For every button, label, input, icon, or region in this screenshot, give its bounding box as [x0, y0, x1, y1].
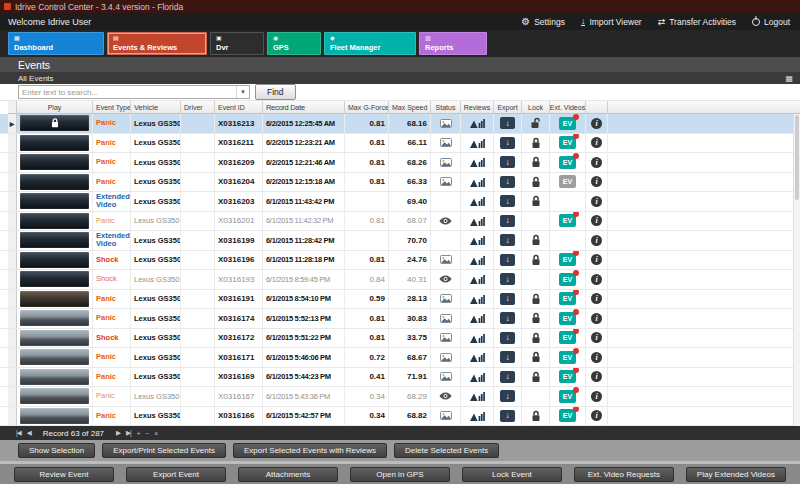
export-download-button[interactable]: ↓ — [500, 332, 515, 344]
info-icon[interactable]: i — [591, 313, 602, 324]
table-row[interactable]: ▶ Panic Lexus GS350 X0316166 6/1/2015 5:… — [0, 407, 800, 427]
reviews-icon[interactable] — [470, 391, 485, 401]
column-header-max-speed[interactable]: Max Speed — [389, 101, 431, 114]
show-selection-button[interactable]: Show Selection — [18, 443, 95, 458]
extended-video-badge[interactable]: EV — [559, 292, 576, 305]
scrollbar-thumb[interactable] — [795, 115, 799, 200]
window-titlebar[interactable]: Idrive Control Center - 3.4.4 version - … — [0, 0, 800, 13]
locked-icon[interactable] — [531, 156, 541, 168]
tab-dashboard[interactable]: ▦Dashboard — [8, 32, 104, 55]
extended-video-badge[interactable]: EV — [559, 312, 576, 325]
event-video-thumbnail[interactable] — [20, 252, 89, 268]
reviews-icon[interactable] — [470, 274, 485, 284]
export-download-button[interactable]: ↓ — [500, 254, 515, 266]
column-header-record-date[interactable]: Record Date — [263, 101, 345, 114]
last-record-icon[interactable]: ▶| — [126, 429, 131, 437]
reviews-icon[interactable] — [470, 352, 485, 362]
column-header-play[interactable]: Play — [17, 101, 93, 114]
tab-fleet-manager[interactable]: ◆Fleet Manager — [324, 32, 416, 55]
event-video-thumbnail[interactable] — [20, 369, 89, 385]
info-icon[interactable]: i — [591, 254, 602, 265]
column-header-lock[interactable]: Lock — [522, 101, 550, 114]
reviews-icon[interactable] — [470, 235, 485, 245]
first-record-icon[interactable]: |◀ — [16, 429, 21, 437]
lock-event-button[interactable]: Lock Event — [462, 467, 562, 482]
import-viewer-button[interactable]: ↓Import Viewer — [581, 17, 642, 27]
info-icon[interactable]: i — [591, 410, 602, 421]
reviews-icon[interactable] — [470, 196, 485, 206]
export-print-selected-events-button[interactable]: Export/Print Selected Events — [102, 443, 226, 458]
export-download-button[interactable]: ↓ — [500, 117, 515, 129]
table-row[interactable]: ▶ Panic Lexus GS350 X0316204 6/2/2015 12… — [0, 173, 800, 193]
event-video-thumbnail[interactable] — [20, 408, 89, 424]
table-row[interactable]: ▶ Shock Lexus GS350 X0316172 6/1/2015 5:… — [0, 329, 800, 349]
table-row[interactable]: ▶ Panic Lexus GS350 X0316171 6/1/2015 5:… — [0, 348, 800, 368]
column-header-export[interactable]: Export — [494, 101, 522, 114]
event-video-thumbnail[interactable] — [20, 135, 89, 151]
extended-video-badge[interactable]: EV — [559, 214, 576, 227]
export-selected-events-with-reviews-button[interactable]: Export Selected Events with Reviews — [233, 443, 387, 458]
extended-video-badge[interactable]: EV — [559, 409, 576, 422]
reviews-icon[interactable] — [470, 313, 485, 323]
logout-button[interactable]: Logout — [752, 17, 790, 27]
export-download-button[interactable]: ↓ — [500, 215, 515, 227]
table-row[interactable]: ▶ Extended Video Lexus GS350 X0316199 6/… — [0, 231, 800, 251]
reviews-icon[interactable] — [470, 177, 485, 187]
delete-selected-events-button[interactable]: Delete Selected Events — [394, 443, 499, 458]
event-video-thumbnail[interactable] — [20, 115, 89, 131]
export-download-button[interactable]: ↓ — [500, 195, 515, 207]
locked-icon[interactable] — [531, 234, 541, 246]
info-icon[interactable]: i — [591, 215, 602, 226]
locked-icon[interactable] — [531, 371, 541, 383]
export-download-button[interactable]: ↓ — [500, 156, 515, 168]
column-header-reviews[interactable]: Reviews — [461, 101, 494, 114]
reviews-icon[interactable] — [470, 216, 485, 226]
reviews-icon[interactable] — [470, 157, 485, 167]
info-icon[interactable]: i — [591, 137, 602, 148]
locked-icon[interactable] — [531, 195, 541, 207]
export-download-button[interactable]: ↓ — [500, 273, 515, 285]
info-icon[interactable]: i — [591, 157, 602, 168]
reviews-icon[interactable] — [470, 255, 485, 265]
cancel-edit-icon[interactable]: × — [154, 430, 157, 437]
event-video-thumbnail[interactable] — [20, 193, 89, 209]
extended-video-badge[interactable]: EV — [559, 156, 576, 169]
table-row[interactable]: ▶ Panic Lexus GS350 X0316201 6/1/2015 11… — [0, 212, 800, 232]
column-header-vehicle[interactable]: Vehicle — [131, 101, 181, 114]
event-video-thumbnail[interactable] — [20, 232, 89, 248]
column-header-event-id[interactable]: Event ID — [215, 101, 263, 114]
column-header-ext-videos[interactable]: Ext. Videos — [550, 101, 586, 114]
export-download-button[interactable]: ↓ — [500, 176, 515, 188]
export-download-button[interactable]: ↓ — [500, 371, 515, 383]
info-icon[interactable]: i — [591, 332, 602, 343]
table-row[interactable]: ▶ Panic Lexus GS350 X0316209 6/2/2015 12… — [0, 153, 800, 173]
table-row[interactable]: ▶ Panic Lexus GS350 X0316213 6/2/2015 12… — [0, 114, 800, 134]
info-icon[interactable]: i — [591, 196, 602, 207]
extended-video-badge[interactable]: EV — [559, 117, 576, 130]
attachments-button[interactable]: Attachments — [238, 467, 338, 482]
tab-reports[interactable]: ▥Reports — [419, 32, 487, 55]
next-record-icon[interactable]: ▶ — [116, 429, 120, 437]
event-video-thumbnail[interactable] — [20, 330, 89, 346]
locked-icon[interactable] — [531, 332, 541, 344]
export-download-button[interactable]: ↓ — [500, 312, 515, 324]
search-input[interactable] — [19, 86, 236, 98]
extended-video-badge[interactable]: EV — [559, 136, 576, 149]
info-icon[interactable]: i — [591, 352, 602, 363]
table-row[interactable]: ▶ Panic Lexus GS350 X0316191 6/1/2015 8:… — [0, 290, 800, 310]
extended-video-badge[interactable]: EV — [559, 175, 576, 188]
search-combobox[interactable]: ▾ — [18, 85, 250, 99]
unlocked-icon[interactable] — [530, 117, 542, 129]
vertical-scrollbar[interactable] — [793, 114, 800, 426]
info-icon[interactable]: i — [591, 391, 602, 402]
column-header-max-g-force[interactable]: Max G-Force — [345, 101, 389, 114]
tab-gps[interactable]: ◉GPS — [267, 32, 321, 55]
event-video-thumbnail[interactable] — [20, 291, 89, 307]
locked-icon[interactable] — [531, 351, 541, 363]
export-event-button[interactable]: Export Event — [126, 467, 226, 482]
event-video-thumbnail[interactable] — [20, 388, 89, 404]
table-row[interactable]: ▶ Extended Video Lexus GS350 X0316203 6/… — [0, 192, 800, 212]
reviews-icon[interactable] — [470, 372, 485, 382]
locked-icon[interactable] — [531, 293, 541, 305]
table-row[interactable]: ▶ Shock Lexus GS350 X0316193 6/1/2015 8:… — [0, 270, 800, 290]
